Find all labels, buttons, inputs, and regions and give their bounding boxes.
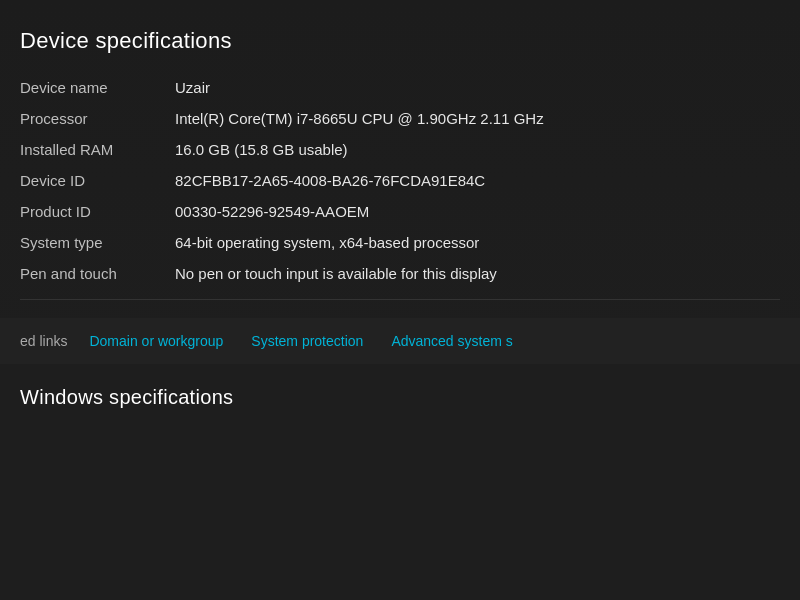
spec-value: 82CFBB17-2A65-4008-BA26-76FCDA91E84C xyxy=(175,172,780,189)
spec-value: Uzair xyxy=(175,79,780,96)
spec-row: System type64-bit operating system, x64-… xyxy=(20,227,780,258)
spec-label: Processor xyxy=(20,110,175,127)
spec-value: No pen or touch input is available for t… xyxy=(175,265,780,282)
spec-value: 64-bit operating system, x64-based proce… xyxy=(175,234,780,251)
spec-label: System type xyxy=(20,234,175,251)
spec-row: Installed RAM16.0 GB (15.8 GB usable) xyxy=(20,134,780,165)
related-link[interactable]: Domain or workgroup xyxy=(89,333,223,349)
links-container: Domain or workgroupSystem protectionAdva… xyxy=(89,332,540,350)
spec-row: Product ID00330-52296-92549-AAOEM xyxy=(20,196,780,227)
spec-row: Device ID82CFBB17-2A65-4008-BA26-76FCDA9… xyxy=(20,165,780,196)
spec-label: Installed RAM xyxy=(20,141,175,158)
related-links-bar: ed links Domain or workgroupSystem prote… xyxy=(0,318,800,364)
device-specs-title: Device specifications xyxy=(0,0,800,72)
spec-value: Intel(R) Core(TM) i7-8665U CPU @ 1.90GHz… xyxy=(175,110,780,127)
divider xyxy=(20,299,780,300)
bottom-area: Windows specifications xyxy=(0,364,800,600)
spec-row: ProcessorIntel(R) Core(TM) i7-8665U CPU … xyxy=(20,103,780,134)
spec-value: 16.0 GB (15.8 GB usable) xyxy=(175,141,780,158)
specs-table: Device nameUzairProcessorIntel(R) Core(T… xyxy=(0,72,800,289)
related-link[interactable]: Advanced system s xyxy=(391,333,512,349)
spec-value: 00330-52296-92549-AAOEM xyxy=(175,203,780,220)
spec-label: Device name xyxy=(20,79,175,96)
spec-label: Pen and touch xyxy=(20,265,175,282)
related-links-label: ed links xyxy=(20,333,67,349)
spec-label: Product ID xyxy=(20,203,175,220)
settings-page: Device specifications Device nameUzairPr… xyxy=(0,0,800,600)
related-link[interactable]: System protection xyxy=(251,333,363,349)
spec-label: Device ID xyxy=(20,172,175,189)
spec-row: Device nameUzair xyxy=(20,72,780,103)
windows-specs-title: Windows specifications xyxy=(0,364,800,419)
spec-row: Pen and touchNo pen or touch input is av… xyxy=(20,258,780,289)
